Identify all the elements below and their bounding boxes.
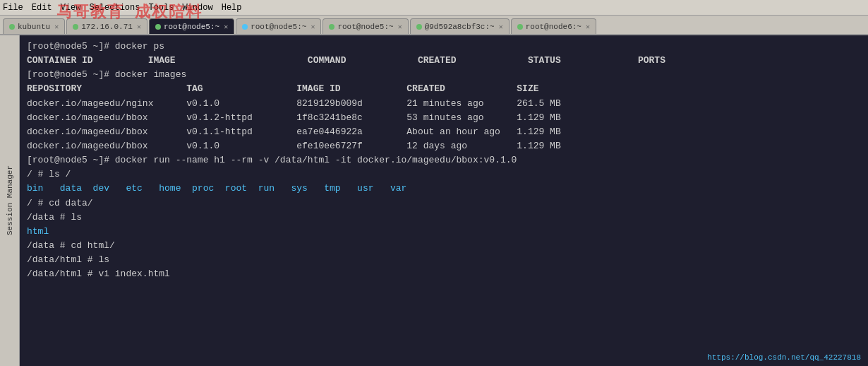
tab-root-node5-3[interactable]: root@node5:~ ✕: [323, 18, 408, 34]
url-bar: https://blog.csdn.net/qq_42227818: [707, 353, 861, 362]
tab-label-node6: root@node6:~: [526, 23, 581, 31]
tab-dot-node6: [517, 24, 523, 30]
menu-window[interactable]: Window: [182, 3, 212, 13]
tab-hash-node[interactable]: @9d592a8cbf3c:~ ✕: [410, 18, 510, 34]
line-2: CONTAINER ID IMAGE COMMAND CREATED STATU…: [27, 54, 861, 68]
tab-label-kubuntu: kubuntu: [18, 23, 50, 31]
line-16: /data/html # ls: [27, 253, 861, 267]
line-17: /data/html # vi index.html: [27, 267, 861, 281]
menu-tools[interactable]: Tools: [148, 3, 174, 13]
line-10: / # ls /: [27, 167, 861, 182]
line-4: REPOSITORY TAG IMAGE ID CREATED SIZE: [27, 82, 861, 96]
line-5: docker.io/mageedu/nginx v0.1.0 8219129b0…: [27, 97, 861, 111]
line-3: [root@node5 ~]# docker images: [27, 68, 861, 82]
main-area: Session Manager [root@node5 ~]# docker p…: [0, 35, 868, 366]
tab-dot-node5-3: [329, 24, 334, 30]
tab-close-node6[interactable]: ✕: [586, 23, 590, 31]
menu-selections[interactable]: Selections: [89, 3, 140, 13]
tab-dot-ip: [73, 24, 78, 30]
tab-dot-node5-2: [242, 24, 248, 30]
session-manager-sidebar: Session Manager: [0, 35, 20, 366]
line-8: docker.io/mageedu/bbox v0.1.0 efe10ee672…: [27, 139, 861, 153]
tab-label-ip: 172.16.0.71: [81, 23, 133, 31]
tab-dot-hash: [416, 24, 422, 30]
tabbar: kubuntu ✕ 172.16.0.71 ✕ root@node5:~ ✕ r…: [0, 16, 868, 35]
line-6: docker.io/mageedu/bbox v0.1.2-httpd 1f8c…: [27, 111, 861, 125]
tab-root-node5-1[interactable]: root@node5:~ ✕: [149, 18, 234, 34]
line-1: [root@node5 ~]# docker ps: [27, 40, 861, 54]
tab-label-hash: @9d592a8cbf3c:~: [425, 23, 495, 31]
line-12: / # cd data/: [27, 196, 861, 211]
line-11: bin data dev etc home proc root run sys …: [27, 182, 861, 196]
line-7: docker.io/mageedu/bbox v0.1.1-httpd ea7e…: [27, 125, 861, 139]
line-14: html: [27, 225, 861, 239]
tab-label-node5-3: root@node5:~: [337, 23, 393, 31]
tab-root-node5-2[interactable]: root@node5:~ ✕: [236, 18, 321, 34]
tab-kubuntu[interactable]: kubuntu ✕: [3, 18, 65, 34]
session-manager-label: Session Manager: [6, 165, 14, 235]
menu-help[interactable]: Help: [222, 3, 242, 13]
menu-file[interactable]: File: [3, 3, 23, 13]
tab-close-node5-3[interactable]: ✕: [398, 23, 402, 31]
line-9: [root@node5 ~]# docker run --name h1 --r…: [27, 153, 861, 167]
tab-dot-node5-1: [155, 24, 161, 30]
tab-dot-kubuntu: [9, 24, 15, 30]
menu-view[interactable]: View: [61, 3, 81, 13]
terminal[interactable]: [root@node5 ~]# docker ps CONTAINER ID I…: [20, 35, 868, 366]
tab-close-ip[interactable]: ✕: [137, 23, 141, 31]
tab-close-kubuntu[interactable]: ✕: [54, 23, 59, 31]
tab-label-node5-1: root@node5:~: [164, 23, 219, 31]
tab-close-node5-2[interactable]: ✕: [311, 23, 315, 31]
tab-label-node5-2: root@node5:~: [251, 23, 306, 31]
menu-edit[interactable]: Edit: [32, 3, 52, 13]
line-15: /data # cd html/: [27, 239, 861, 253]
line-13: /data # ls: [27, 211, 861, 225]
tab-close-hash[interactable]: ✕: [499, 23, 503, 31]
menubar: File Edit View Selections Tools Window H…: [0, 0, 868, 16]
tab-root-node6[interactable]: root@node6:~ ✕: [511, 18, 596, 34]
tab-ip[interactable]: 172.16.0.71 ✕: [66, 18, 147, 34]
tab-close-node5-1[interactable]: ✕: [224, 23, 228, 31]
